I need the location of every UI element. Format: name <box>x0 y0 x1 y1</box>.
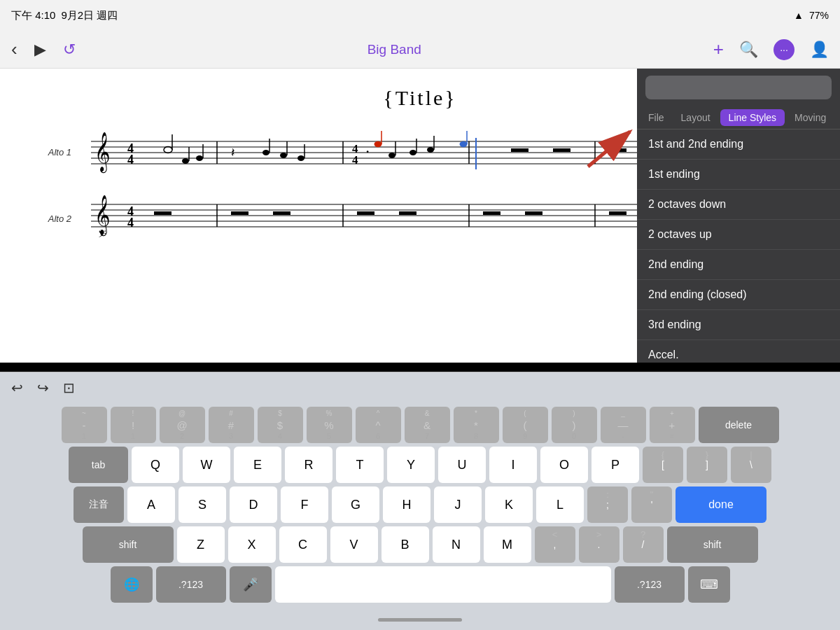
key-w[interactable]: W <box>183 447 230 483</box>
key-lparen[interactable]: ((9 <box>503 407 548 443</box>
key-v[interactable]: V <box>330 526 378 563</box>
status-left: 下午 4:10 9月2日 週四 <box>11 9 118 22</box>
key-amp[interactable]: &&7 <box>405 407 450 443</box>
key-hash[interactable]: ##3 <box>209 407 254 443</box>
key-l[interactable]: L <box>536 486 584 523</box>
key-shift-left[interactable]: shift <box>83 526 174 563</box>
play-button[interactable]: ▶ <box>34 41 46 59</box>
key-tilde[interactable]: ~-1 <box>62 407 107 443</box>
add-button[interactable]: + <box>713 38 724 60</box>
svg-text:𝄞: 𝄞 <box>94 132 111 173</box>
key-o[interactable]: O <box>540 447 588 483</box>
key-at[interactable]: @@2 <box>160 407 205 443</box>
key-colon[interactable]: :; <box>587 486 628 523</box>
key-zhuyin[interactable]: 注音 <box>74 486 124 523</box>
key-caret[interactable]: ^^6 <box>356 407 401 443</box>
key-lbrace[interactable]: {[ <box>643 447 683 483</box>
key-asterisk[interactable]: **8 <box>454 407 499 443</box>
key-underscore[interactable]: _—- <box>601 407 646 443</box>
key-p[interactable]: P <box>592 447 639 483</box>
svg-rect-68 <box>609 211 626 215</box>
key-d[interactable]: D <box>230 486 277 523</box>
redo-button[interactable]: ↪ <box>37 379 49 396</box>
key-keyboard[interactable]: ⌨ <box>688 566 730 603</box>
clipboard-button[interactable]: ⊡ <box>63 379 75 396</box>
key-dotq123-right[interactable]: .?123 <box>615 566 685 603</box>
svg-rect-38 <box>511 148 528 152</box>
menu-item-7[interactable]: Accel. <box>637 340 840 363</box>
key-z[interactable]: Z <box>177 526 225 563</box>
key-u[interactable]: U <box>438 447 486 483</box>
profile-button[interactable]: 👤 <box>810 41 829 59</box>
score-area: {Title} Alto 1 𝄞 <box>0 69 840 363</box>
svg-text:4: 4 <box>352 153 358 167</box>
svg-point-36 <box>427 147 434 153</box>
key-rbrace[interactable]: }] <box>687 447 727 483</box>
tab-layout[interactable]: Layout <box>673 106 719 129</box>
key-j[interactable]: J <box>434 486 482 523</box>
key-m[interactable]: M <box>484 526 531 563</box>
tab-navigati[interactable]: Navigati <box>834 106 840 129</box>
back-button[interactable]: ‹ <box>11 38 18 60</box>
key-y[interactable]: Y <box>387 447 435 483</box>
list-items: 1st and 2nd ending1st ending2 octaves do… <box>637 130 840 363</box>
search-input[interactable] <box>645 76 832 99</box>
key-x[interactable]: X <box>228 526 276 563</box>
key-plus[interactable]: ++= <box>650 407 695 443</box>
key-pipe[interactable]: |\ <box>731 447 771 483</box>
key-row-4: shift Z X C V B N M <, >. ?/ shift <box>3 526 837 563</box>
tab-line-styles[interactable]: Line Styles <box>720 109 785 126</box>
key-h[interactable]: H <box>383 486 430 523</box>
history-button[interactable]: ↺ <box>63 41 76 59</box>
menu-item-6[interactable]: 3rd ending <box>637 310 840 340</box>
wifi-icon: ▲ <box>794 10 804 21</box>
key-globe[interactable]: 🌐 <box>111 566 153 603</box>
key-mic[interactable]: 🎤 <box>230 566 272 603</box>
key-a[interactable]: A <box>127 486 175 523</box>
key-delete[interactable]: delete <box>699 407 779 443</box>
key-rparen[interactable]: ))0 <box>552 407 597 443</box>
key-c[interactable]: C <box>279 526 327 563</box>
key-g[interactable]: G <box>332 486 379 523</box>
key-f[interactable]: F <box>281 486 328 523</box>
key-e[interactable]: E <box>234 447 281 483</box>
menu-item-5[interactable]: 2nd ending (closed) <box>637 280 840 310</box>
app-title: Big Band <box>368 42 421 57</box>
menu-item-3[interactable]: 2 octaves up <box>637 220 840 250</box>
key-b[interactable]: B <box>382 526 429 563</box>
key-question[interactable]: ?/ <box>623 526 664 563</box>
more-button[interactable]: ··· <box>774 39 794 60</box>
status-time: 下午 4:10 <box>11 9 55 22</box>
key-tab[interactable]: tab <box>69 447 128 483</box>
undo-button[interactable]: ↩ <box>11 379 23 396</box>
tab-moving[interactable]: Moving <box>786 106 834 129</box>
menu-item-1[interactable]: 1st ending <box>637 160 840 190</box>
key-done[interactable]: done <box>676 486 766 523</box>
key-i[interactable]: I <box>489 447 537 483</box>
key-space[interactable] <box>275 566 611 603</box>
menu-item-0[interactable]: 1st and 2nd ending <box>637 130 840 160</box>
key-dollar[interactable]: $$4 <box>258 407 303 443</box>
key-shift-right[interactable]: shift <box>667 526 758 563</box>
key-percent[interactable]: %%5 <box>307 407 352 443</box>
search-button[interactable]: 🔍 <box>739 41 758 59</box>
key-t[interactable]: T <box>336 447 384 483</box>
key-dotq123-left[interactable]: .?123 <box>156 566 226 603</box>
menu-item-2[interactable]: 2 octaves down <box>637 190 840 220</box>
svg-point-23 <box>280 153 287 158</box>
key-lt[interactable]: <, <box>535 526 575 563</box>
key-exclaim[interactable]: !!1 <box>111 407 156 443</box>
key-gt[interactable]: >. <box>579 526 620 563</box>
key-n[interactable]: N <box>433 526 480 563</box>
key-q[interactable]: Q <box>132 447 179 483</box>
svg-text:4: 4 <box>127 153 134 167</box>
menu-item-4[interactable]: 2nd ending <box>637 250 840 280</box>
home-indicator <box>378 618 462 622</box>
dropdown-panel: File Layout Line Styles Moving Navigati … <box>637 69 840 363</box>
key-k[interactable]: K <box>485 486 533 523</box>
tab-file[interactable]: File <box>640 106 673 129</box>
key-quote[interactable]: "' <box>631 486 672 523</box>
key-s[interactable]: S <box>178 486 226 523</box>
svg-rect-61 <box>154 211 172 215</box>
key-r[interactable]: R <box>285 447 332 483</box>
